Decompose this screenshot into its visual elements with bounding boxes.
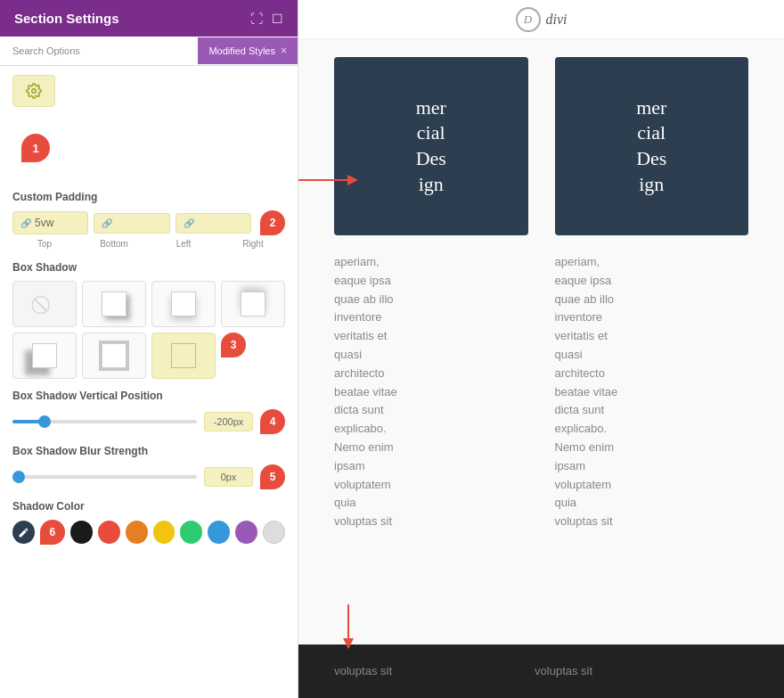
box-shadow-vertical-label: Box Shadow Vertical Position	[12, 390, 285, 402]
shadow-option-none[interactable]: ⃠	[12, 281, 77, 327]
arrow-head-right	[347, 175, 358, 185]
panel-header-icons: ⛶ ☐	[250, 12, 283, 26]
color-swatches-row: 6	[12, 520, 285, 545]
left-panel: Section Settings ⛶ ☐ Search Options Modi…	[0, 0, 298, 698]
color-swatch-black[interactable]	[70, 521, 93, 544]
padding-label-top: Top	[12, 239, 77, 249]
badge-5: 5	[260, 464, 285, 489]
pencil-swatch[interactable]	[12, 521, 35, 544]
shadow-color-label: Shadow Color	[12, 500, 285, 513]
padding-labels-row: Top Bottom Left Right	[12, 239, 285, 249]
color-swatch-purple[interactable]	[235, 521, 257, 544]
badge-2: 2	[260, 210, 285, 235]
shadow-preview-1	[102, 292, 127, 316]
image-card-2: mercialDesign	[555, 57, 749, 235]
annotation-1-container: 1	[12, 125, 285, 178]
divi-text: divi	[546, 12, 568, 28]
shadow-preview-5	[102, 343, 127, 368]
box-shadow-blur-section: Box Shadow Blur Strength 0px 5	[12, 445, 285, 489]
link-icon-2: 🔗	[102, 218, 112, 228]
image-card-1: mercialDesign	[334, 57, 528, 235]
padding-left-input[interactable]: 🔗	[176, 213, 251, 234]
shadow-option-2[interactable]	[151, 281, 216, 327]
color-swatch-yellow[interactable]	[153, 521, 176, 544]
bottom-bar-text-2: voluptas sit	[535, 662, 592, 681]
shadow-option-5[interactable]	[82, 333, 146, 379]
column-2: mercialDesign	[555, 57, 749, 235]
color-swatch-red[interactable]	[98, 521, 120, 544]
shadow-preview-3	[241, 292, 265, 316]
box-shadow-vertical-slider-row: -200px 4	[12, 409, 285, 434]
badge-6: 6	[40, 520, 65, 545]
shadow-option-4[interactable]	[12, 333, 77, 379]
image-card-text-2: mercialDesign	[636, 95, 666, 197]
box-shadow-vertical-section: Box Shadow Vertical Position -200px 4	[12, 390, 285, 434]
box-shadow-vertical-track[interactable]	[12, 420, 197, 423]
box-shadow-blur-label: Box Shadow Blur Strength	[12, 445, 285, 457]
box-shadow-vertical-thumb[interactable]	[38, 415, 51, 428]
pencil-icon	[18, 527, 29, 538]
text-columns: aperiam,eaque ipsaquae ab illoinventorev…	[334, 253, 748, 531]
content-columns: mercialDesign mercialDesign	[334, 57, 748, 235]
search-bar: Search Options Modified Styles ×	[0, 37, 298, 66]
shadow-color-section: Shadow Color 6	[12, 500, 285, 545]
box-shadow-blur-slider-row: 0px 5	[12, 464, 285, 489]
canvas-area: mercialDesign mercialDesign aperiam,eaqu…	[298, 39, 784, 645]
shadow-option-3[interactable]	[221, 281, 285, 327]
badge-4: 4	[260, 409, 285, 434]
shadow-preview-2	[171, 292, 196, 316]
box-shadow-vertical-fill	[12, 420, 40, 423]
panel-content: 1 Custom Padding 🔗 5vw 🔗 🔗 2 Top Bottom …	[0, 66, 298, 698]
divi-logo: D	[516, 7, 541, 32]
text-block-1: aperiam,eaque ipsaquae ab illoinventorev…	[334, 253, 528, 531]
gear-button[interactable]	[12, 75, 55, 107]
image-card-text-1: mercialDesign	[416, 95, 446, 197]
close-icon[interactable]: ×	[281, 45, 287, 57]
shadow-preview-6	[171, 343, 196, 368]
arrow-down-annotation	[343, 604, 354, 649]
padding-label-bottom: Bottom	[82, 239, 146, 249]
box-shadow-blur-value[interactable]: 0px	[204, 467, 253, 487]
link-icon-1: 🔗	[20, 218, 31, 228]
padding-bottom-input[interactable]: 🔗	[94, 213, 169, 234]
bottom-bar-text: voluptas sit	[334, 662, 392, 681]
color-swatch-light[interactable]	[263, 521, 285, 544]
shadow-option-1[interactable]	[82, 281, 146, 327]
color-swatch-green[interactable]	[180, 521, 202, 544]
arrow-down-head	[343, 638, 354, 649]
padding-top-value: 5vw	[35, 217, 53, 229]
box-shadow-label: Box Shadow	[12, 261, 285, 274]
arrow-down-line	[347, 604, 349, 638]
bottom-bar: voluptas sit voluptas sit	[298, 645, 784, 698]
right-panel: D divi mercialDesign mercialDesign	[298, 0, 784, 698]
box-shadow-blur-track[interactable]	[12, 475, 197, 479]
link-icon-3: 🔗	[184, 218, 194, 228]
layout-icon[interactable]: ☐	[272, 12, 283, 26]
column-1: mercialDesign	[334, 57, 528, 235]
badge-1: 1	[21, 134, 50, 162]
gear-icon	[26, 83, 42, 99]
search-options-label: Search Options	[0, 37, 198, 65]
panel-title: Section Settings	[14, 11, 119, 26]
box-shadow-options-grid: ⃠ 3	[12, 281, 285, 379]
custom-padding-label: Custom Padding	[12, 191, 285, 203]
box-shadow-blur-thumb[interactable]	[12, 471, 25, 483]
padding-inputs-row: 🔗 5vw 🔗 🔗 2	[12, 210, 285, 235]
divi-letter: D	[524, 12, 532, 27]
badge-3: 3	[221, 333, 246, 357]
maximize-icon[interactable]: ⛶	[250, 12, 263, 26]
panel-header: Section Settings ⛶ ☐	[0, 0, 298, 37]
arrow-line	[298, 179, 347, 181]
text-block-2: aperiam,eaque ipsaquae ab illoinventorev…	[555, 253, 749, 531]
top-bar: D divi	[298, 0, 784, 39]
svg-point-0	[32, 89, 37, 94]
modified-styles-badge[interactable]: Modified Styles ×	[198, 37, 298, 64]
padding-top-input[interactable]: 🔗 5vw	[12, 211, 88, 234]
color-swatch-orange[interactable]	[126, 521, 148, 544]
arrow-right-annotation	[298, 175, 358, 185]
box-shadow-vertical-value[interactable]: -200px	[204, 412, 253, 431]
color-swatch-blue[interactable]	[208, 521, 230, 544]
padding-label-right: Right	[221, 239, 285, 249]
modified-styles-label: Modified Styles	[208, 45, 275, 56]
shadow-option-selected[interactable]	[151, 333, 216, 379]
